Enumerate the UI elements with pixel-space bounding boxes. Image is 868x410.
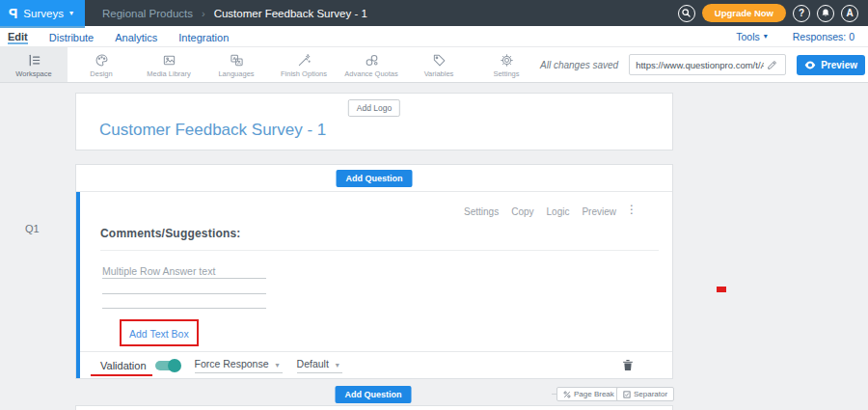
search-button[interactable]	[678, 5, 695, 22]
add-question-button-bottom[interactable]: Add Question	[336, 386, 412, 403]
validation-toggle[interactable]	[155, 361, 180, 370]
toolbar-item-advance-quotas[interactable]: Advance Quotas	[338, 47, 405, 82]
chevron-down-icon: ▾	[336, 361, 339, 369]
editor-toolbar: Workspace Design Media Library Languages…	[0, 46, 868, 83]
delete-question-button[interactable]	[622, 359, 634, 371]
toolbar-item-finish-options[interactable]: Finish Options	[270, 47, 338, 82]
nav-accent-bar	[0, 26, 85, 28]
question-settings-link[interactable]: Settings	[464, 206, 499, 217]
question-card: Add Question Settings Copy Logic Preview…	[75, 164, 673, 379]
validation-label: Validation	[100, 360, 147, 371]
separator-label: Separator	[634, 390, 667, 398]
surveys-product-menu[interactable]: P Surveys ▾	[0, 0, 85, 26]
toolbar-item-languages[interactable]: Languages	[203, 47, 270, 82]
force-response-value: Force Response	[195, 358, 269, 369]
top-bar: P Surveys ▾ Regional Products › Customer…	[0, 0, 868, 26]
toolbar-item-media-library[interactable]: Media Library	[135, 47, 203, 82]
survey-url-box	[629, 54, 786, 75]
question-actions: Settings Copy Logic Preview	[464, 206, 616, 217]
add-text-box-link[interactable]: Add Text Box	[129, 328, 189, 340]
tools-label: Tools	[736, 31, 760, 42]
autosave-status: All changes saved	[540, 60, 618, 70]
separator-checkbox-icon	[623, 391, 631, 398]
tab-edit[interactable]: Edit	[8, 29, 28, 44]
tab-analytics[interactable]: Analytics	[115, 30, 157, 43]
toolbar-item-variables[interactable]: Variables	[405, 47, 473, 82]
tag-icon	[432, 53, 447, 68]
force-response-dropdown[interactable]: Force Response ▾	[195, 358, 283, 373]
next-card-edge	[75, 405, 673, 410]
account-avatar[interactable]: A	[841, 5, 858, 22]
add-text-box-highlight: Add Text Box	[120, 319, 199, 346]
page-break-label: Page Break	[574, 390, 614, 398]
image-icon	[162, 53, 176, 68]
question-copy-link[interactable]: Copy	[511, 206, 533, 217]
tab-integration[interactable]: Integration	[178, 30, 229, 43]
links-icon	[365, 53, 379, 68]
add-question-row-top: Add Question	[76, 165, 672, 192]
topbar-actions: Upgrade Now ? A	[678, 4, 868, 22]
chevron-down-icon: ▾	[69, 10, 73, 17]
breadcrumb-current: Customer Feedback Survey - 1	[214, 8, 367, 19]
breadcrumb-parent[interactable]: Regional Products	[102, 8, 193, 19]
survey-header-card: Add Logo Customer Feedback Survey - 1	[75, 93, 673, 150]
question-logic-link[interactable]: Logic	[547, 206, 570, 217]
add-question-button-top[interactable]: Add Question	[337, 170, 413, 187]
default-value: Default	[297, 358, 329, 369]
survey-editor-screen: P Surveys ▾ Regional Products › Customer…	[0, 0, 868, 410]
question-text-underline	[100, 250, 659, 251]
translate-icon	[230, 53, 244, 68]
eye-icon	[804, 61, 816, 69]
chevron-down-icon: ▾	[764, 33, 768, 41]
surveys-menu-label: Surveys	[23, 8, 64, 19]
answer-row-2[interactable]	[102, 293, 266, 294]
red-annotation-mark	[717, 287, 726, 292]
validation-highlight-underline	[91, 374, 152, 377]
answer-row-1[interactable]	[102, 278, 266, 279]
magic-wand-icon	[297, 53, 312, 68]
responses-count[interactable]: Responses: 0	[793, 31, 854, 42]
tab-distribute[interactable]: Distribute	[49, 30, 94, 43]
chevron-down-icon: ▾	[276, 361, 280, 369]
toolbar-item-settings[interactable]: Settings	[473, 47, 540, 82]
question-footer: Validation Force Response ▾ Default ▾	[80, 351, 672, 378]
search-icon	[681, 8, 692, 18]
question-number-label: Q1	[25, 223, 40, 234]
questionpro-logo-icon: P	[9, 7, 17, 20]
add-logo-button[interactable]: Add Logo	[348, 99, 400, 117]
page-break-button[interactable]: Page Break	[556, 387, 621, 401]
bell-icon	[821, 8, 830, 18]
page-break-icon	[563, 391, 571, 398]
workspace-icon	[27, 53, 41, 68]
help-button[interactable]: ?	[793, 5, 810, 22]
default-dropdown[interactable]: Default ▾	[297, 358, 342, 373]
tools-dropdown[interactable]: Tools ▾	[736, 31, 768, 42]
edit-pencil-icon[interactable]	[767, 60, 777, 70]
breadcrumb-separator-icon: ›	[202, 8, 205, 19]
upgrade-now-button[interactable]: Upgrade Now	[702, 4, 786, 22]
nav-right: Tools ▾ Responses: 0	[736, 31, 868, 42]
preview-button[interactable]: Preview	[797, 55, 865, 75]
palette-icon	[95, 53, 109, 68]
toolbar-item-workspace[interactable]: Workspace	[0, 47, 68, 82]
trash-icon	[622, 359, 634, 371]
separator-button[interactable]: Separator	[616, 387, 674, 401]
answer-row-placeholder: Multiple Row Answer text	[102, 265, 215, 277]
question-block: Settings Copy Logic Preview ⋮ Comments/S…	[76, 192, 672, 378]
toggle-knob	[168, 359, 181, 372]
notifications-button[interactable]	[817, 5, 834, 22]
toolbar-right: All changes saved Preview	[540, 47, 868, 82]
preview-label: Preview	[821, 60, 857, 70]
more-options-icon[interactable]: ⋮	[626, 204, 637, 215]
survey-title[interactable]: Customer Feedback Survey - 1	[99, 121, 326, 140]
survey-url-input[interactable]	[636, 60, 764, 70]
breadcrumb: Regional Products › Customer Feedback Su…	[102, 8, 367, 19]
answer-row-3[interactable]	[102, 308, 266, 309]
question-preview-link[interactable]: Preview	[582, 206, 616, 217]
gear-icon	[500, 53, 514, 68]
section-nav: Edit Distribute Analytics Integration To…	[0, 26, 868, 46]
toolbar-item-design[interactable]: Design	[68, 47, 135, 82]
question-text[interactable]: Comments/Suggestions:	[100, 227, 241, 240]
